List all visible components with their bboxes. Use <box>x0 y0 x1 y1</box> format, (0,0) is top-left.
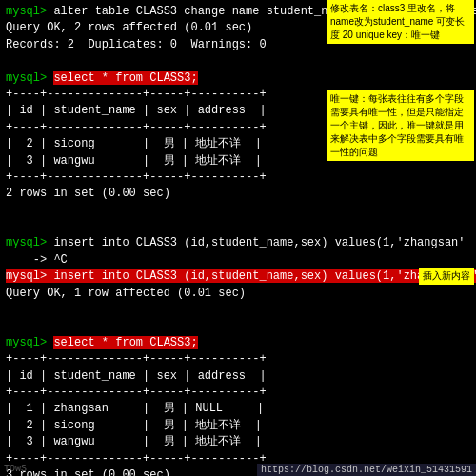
line-insert-2: mysql> insert into CLASS3 (id,student_na… <box>6 268 470 285</box>
blank-3 <box>6 219 470 235</box>
prompt-sel-2: mysql> <box>6 336 47 349</box>
table2-border-1: +----+--------------+-----+----------+ <box>6 351 470 367</box>
url-text: https://blog.csdn.net/weixin_51431591 <box>261 465 472 475</box>
table2-border-2: +----+--------------+-----+----------+ <box>6 385 470 401</box>
line-5: mysql> select * from CLASS3; <box>6 70 470 87</box>
result-2: Query OK, 2 rows affected (0.01 sec) <box>6 21 252 34</box>
watermark: TOwS <box>4 464 27 474</box>
comment-1: 修改表名：class3 里改名，将name改为student_name 可变长度… <box>327 0 474 44</box>
terminal-window: mysql> alter table CLASS3 change name st… <box>0 0 476 476</box>
table-border-3: +----+--------------+-----+----------+ <box>6 169 470 186</box>
prompt-1: mysql> <box>6 5 47 18</box>
prompt-insert-1: mysql> <box>6 236 47 249</box>
comment-3: 插入新内容 <box>419 268 474 285</box>
table2-header: | id | student_name | sex | address | <box>6 368 470 385</box>
url-bar: https://blog.csdn.net/weixin_51431591 <box>257 464 476 476</box>
line-insert-1: mysql> insert into CLASS3 (id,student_na… <box>6 235 470 251</box>
table2-row-1: | 1 | zhangsan | 男 | NULL | <box>6 401 470 417</box>
blank-2 <box>6 203 470 219</box>
line-blank-1 <box>6 53 470 69</box>
table2-row-3: | 3 | wangwu | 男 | 地址不详 | <box>6 434 470 450</box>
insert-cont: -> ^C <box>6 253 68 267</box>
select-cmd-1: select * from CLASS3; <box>53 71 197 85</box>
insert-cmd-highlight: mysql> insert into CLASS3 (id,student_na… <box>6 269 476 283</box>
table2-row-2: | 2 | sicong | 男 | 地址不详 | <box>6 418 470 434</box>
query-ok-2: Query OK, 1 row affected (0.01 sec) <box>6 286 470 302</box>
blank-4 <box>6 302 470 318</box>
line-select-2: mysql> select * from CLASS3; <box>6 335 470 351</box>
prompt-5: mysql> <box>6 71 47 85</box>
blank-5 <box>6 318 470 334</box>
line-insert-cont: -> ^C <box>6 252 470 268</box>
insert-cmd-1: insert into CLASS3 (id,student_name,sex)… <box>47 236 465 249</box>
select-cmd-2: select * from CLASS3; <box>53 336 197 349</box>
rows-result-1: 2 rows in set (0.00 sec) <box>6 186 470 202</box>
comment-2: 唯一键：每张表往往有多个字段需要具有唯一性，但是只能指定一个主键，因此，唯一键就… <box>327 90 474 161</box>
result-3: Records: 2 Duplicates: 0 Warnings: 0 <box>6 38 267 51</box>
